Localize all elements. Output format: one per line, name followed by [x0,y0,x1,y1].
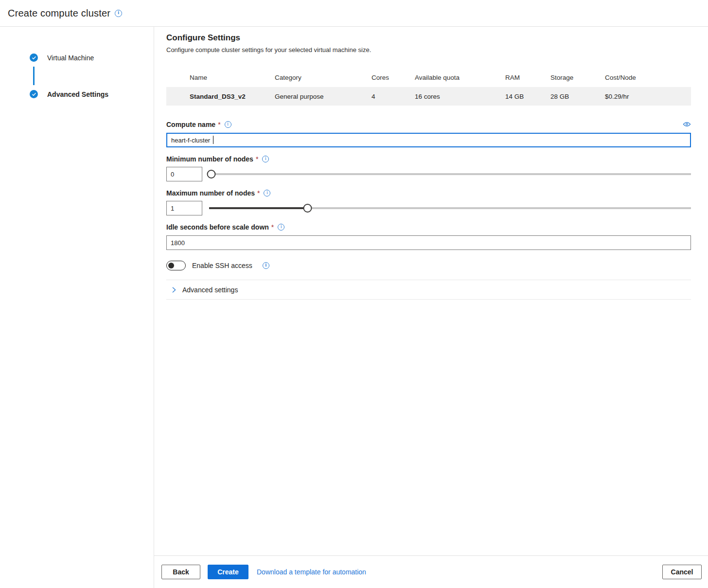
toggle-knob [168,263,174,268]
ssh-access-toggle[interactable] [166,261,186,270]
compute-name-label: Compute name [166,121,215,128]
column-header-name: Name [166,74,275,81]
min-nodes-info-icon[interactable]: i [262,156,269,162]
slider-track [209,173,691,175]
column-header-ram: RAM [505,74,550,81]
vm-category-cell: General purpose [275,93,372,100]
step-label: Advanced Settings [47,90,108,98]
idle-seconds-field: Idle seconds before scale down * i [166,223,691,250]
page-header: Create compute cluster i [0,0,708,27]
max-nodes-input[interactable] [166,201,202,215]
page-title-info-icon[interactable]: i [115,10,122,17]
create-compute-cluster-page: Create compute cluster i Virtual Machine… [0,0,708,588]
step-virtual-machine[interactable]: Virtual Machine [0,53,154,62]
compute-name-info-icon[interactable]: i [225,121,231,128]
back-button[interactable]: Back [161,565,200,579]
footer: Back Create Download a template for auto… [0,555,708,588]
vm-ram-cell: 14 GB [505,93,550,100]
eye-icon[interactable] [683,120,691,128]
chevron-right-icon [171,286,177,293]
column-header-category: Category [275,74,372,81]
max-nodes-field: Maximum number of nodes * i [166,189,691,215]
vm-table-row[interactable]: Standard_DS3_v2 General purpose 4 16 cor… [166,87,691,106]
advanced-settings-label: Advanced settings [182,286,238,294]
ssh-access-info-icon[interactable]: i [263,262,269,269]
idle-seconds-label: Idle seconds before scale down [166,223,269,231]
required-asterisk: * [257,189,260,197]
idle-seconds-input[interactable] [166,235,691,250]
vm-storage-cell: 28 GB [550,93,605,100]
page-title: Create compute cluster [8,8,110,19]
wizard-stepper: Virtual Machine Advanced Settings [0,27,154,555]
step-advanced-settings[interactable]: Advanced Settings [0,90,154,98]
text-caret [213,136,213,144]
max-nodes-label: Maximum number of nodes [166,189,255,197]
min-nodes-field: Minimum number of nodes * i [166,155,691,181]
advanced-settings-toggle[interactable]: Advanced settings [166,280,691,299]
min-nodes-input[interactable] [166,167,202,181]
max-nodes-slider-handle[interactable] [303,204,312,213]
vm-name-cell: Standard_DS3_v2 [166,93,275,100]
column-header-cost-node: Cost/Node [605,74,668,81]
main-content: Configure Settings Configure compute clu… [154,27,708,555]
min-nodes-slider[interactable] [209,167,691,181]
section-subheading: Configure compute cluster settings for y… [166,46,691,53]
ssh-access-row: Enable SSH access i [166,261,691,280]
vm-quota-cell: 16 cores [415,93,505,100]
idle-seconds-info-icon[interactable]: i [278,224,284,231]
download-template-link[interactable]: Download a template for automation [257,568,366,576]
create-button[interactable]: Create [208,565,248,579]
step-completed-check-icon [30,53,38,62]
step-label: Virtual Machine [47,54,94,62]
step-completed-check-icon [30,90,38,98]
min-nodes-slider-handle[interactable] [207,170,216,178]
stepper-connector [33,67,35,85]
footer-left-spacer [0,555,154,588]
vm-size-table: Name Category Cores Available quota RAM … [166,68,691,106]
max-nodes-slider[interactable] [209,201,691,215]
compute-name-input[interactable] [166,133,691,147]
cancel-button[interactable]: Cancel [662,565,702,579]
required-asterisk: * [256,155,258,163]
slider-fill [209,207,305,209]
required-asterisk: * [271,223,274,231]
vm-cores-cell: 4 [372,93,415,100]
column-header-storage: Storage [550,74,605,81]
vm-table-header-row: Name Category Cores Available quota RAM … [166,68,691,87]
required-asterisk: * [218,121,220,128]
vm-cost-cell: $0.29/hr [605,93,668,100]
column-header-available-quota: Available quota [415,74,505,81]
column-header-cores: Cores [372,74,415,81]
section-heading: Configure Settings [166,33,691,43]
min-nodes-label: Minimum number of nodes [166,155,253,163]
advanced-settings-expander: Advanced settings [166,280,691,300]
compute-name-field: Compute name * i [166,120,691,147]
ssh-access-label: Enable SSH access [192,262,252,269]
max-nodes-info-icon[interactable]: i [264,190,270,196]
